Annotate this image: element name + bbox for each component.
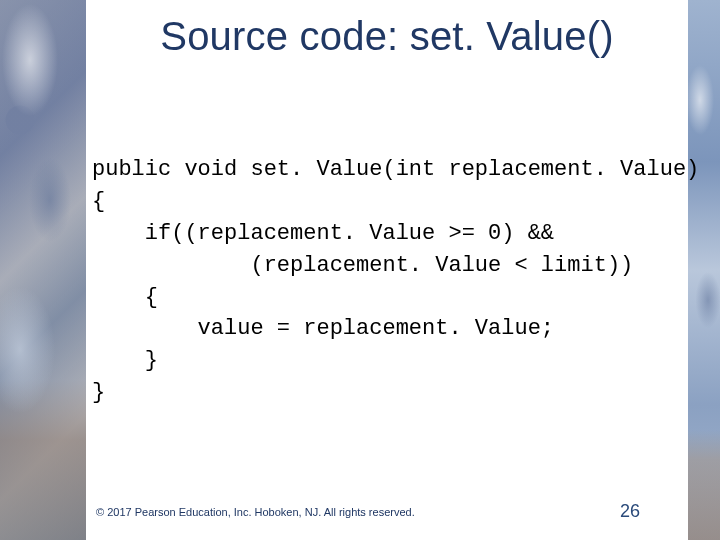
content-area: Source code: set. Value() public void se… <box>86 0 688 540</box>
slide: Source code: set. Value() public void se… <box>0 0 720 540</box>
code-line: } <box>92 348 158 373</box>
code-block: public void set. Value(int replacement. … <box>92 154 688 409</box>
copyright-text: © 2017 Pearson Education, Inc. Hoboken, … <box>96 506 415 518</box>
code-line: { <box>92 285 158 310</box>
decorative-left-strip <box>0 0 86 540</box>
code-line: public void set. Value(int replacement. … <box>92 157 699 182</box>
decorative-right-strip <box>688 0 720 540</box>
slide-title: Source code: set. Value() <box>86 14 688 59</box>
page-number: 26 <box>620 501 640 522</box>
code-line: (replacement. Value < limit)) <box>92 253 633 278</box>
code-line: if((replacement. Value >= 0) && <box>92 221 554 246</box>
code-line: { <box>92 189 105 214</box>
code-line: value = replacement. Value; <box>92 316 554 341</box>
code-line: } <box>92 380 105 405</box>
